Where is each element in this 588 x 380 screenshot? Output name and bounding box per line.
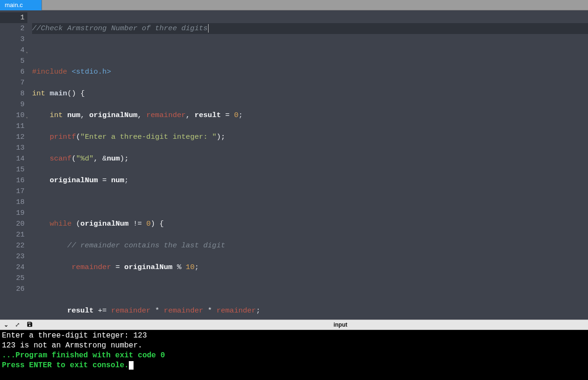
code-token: int [32,89,45,98]
console-line: Press ENTER to exit console. [2,361,586,371]
console-line: Enter a three-digit integer: 123 [2,331,586,341]
code-token: "Enter a three-digit integer: " [80,133,216,141]
code-token: 10 [186,263,195,271]
code-token [32,133,50,141]
code-token: scanf [50,154,72,163]
code-token: = [111,263,124,271]
line-number: 17 [0,186,27,197]
code-token: originalNum [80,220,128,228]
code-token: ( [72,154,76,163]
code-token: originalNum [50,176,98,185]
code-token: % [173,263,186,271]
code-token: ; [238,111,243,119]
collapse-icon[interactable]: ⌄ [4,321,8,328]
line-number: 10▾ [0,110,27,121]
line-number: 3 [0,34,27,45]
line-number: 25 [0,273,27,284]
tab-main-c[interactable]: main.c [0,0,42,10]
code-token: result [194,111,221,119]
line-number: 24 [0,262,27,273]
code-token: main [45,89,67,98]
console-line: ...Program finished with exit code 0 [2,351,586,361]
code-token: * [203,306,217,315]
code-token: ); [120,154,129,163]
code-token: = [221,111,234,119]
expand-icon[interactable]: ⤢ [15,321,20,328]
line-number: 21 [0,229,27,240]
code-token: int [32,111,63,119]
line-number: 8 [0,88,27,99]
code-token: // remainder contains the last digit [32,241,225,250]
line-number: 5 [0,56,27,67]
code-token: += [93,306,111,315]
code-token: = [98,176,111,185]
code-token: ); [217,133,226,141]
code-token: while [50,220,72,228]
code-token: , & [93,154,107,163]
code-token: * [151,306,164,315]
line-number: 1 [0,12,27,23]
text-cursor [208,24,209,33]
line-number: 16 [0,175,27,186]
line-number: 9 [0,99,27,110]
code-token: num [107,154,120,163]
code-token: ; [194,263,199,271]
code-token: remainder [164,306,203,315]
line-number: 23 [0,251,27,262]
line-number: 7 [0,77,27,88]
code-token: "%d" [76,154,93,163]
code-token [32,176,50,185]
code-token: , [186,111,195,119]
code-token: result [67,306,93,315]
code-token [32,220,50,228]
save-icon[interactable] [26,321,33,329]
code-editor[interactable]: 1 2 3 4▾ 5 6 7 8 9 10▾ 11 12 13 14 15 16… [0,10,588,320]
code-token: num [63,111,80,119]
line-number: 18 [0,197,27,208]
console-input-label: input [334,321,366,328]
code-token [32,306,67,315]
console-cursor [129,361,134,370]
code-token: <stdio.h> [67,68,111,76]
tab-bar: main.c [0,0,588,10]
code-token: () { [67,89,84,98]
code-token: ( [76,133,80,141]
code-token: ) { [151,220,164,228]
code-token: remainder [217,306,256,315]
console-line: 123 is not an Armstrong number. [2,341,586,351]
code-token: != [129,220,146,228]
code-token: num [111,176,124,185]
line-number: 2 [0,23,27,34]
code-token: ; [256,306,260,315]
code-token [32,263,72,271]
code-token: ( [72,220,81,228]
line-number: 15 [0,164,27,175]
line-number: 26 [0,284,27,295]
line-number: 11 [0,121,27,132]
code-token: , [80,111,89,119]
code-token: remainder [72,263,111,271]
code-token: ; [124,176,128,185]
line-number: 19 [0,208,27,219]
line-number-gutter: 1 2 3 4▾ 5 6 7 8 9 10▾ 11 12 13 14 15 16… [0,10,27,320]
code-content[interactable]: //Check Armstrong Number of three digits… [27,10,588,320]
code-token: remainder [146,111,186,119]
line-number: 20 [0,219,27,229]
code-token [32,154,50,163]
code-token: 0 [146,220,151,228]
line-number: 4▾ [0,45,27,56]
line-number: 12 [0,132,27,143]
console-output[interactable]: Enter a three-digit integer: 123 123 is … [0,330,588,380]
code-token: , [137,111,146,119]
code-token: #include [32,68,67,76]
code-token: remainder [111,306,151,315]
line-number: 14 [0,153,27,164]
code-token: 0 [234,111,238,119]
code-token: originalNum [89,111,137,119]
code-token: //Check Armstrong Number of three digits [32,24,208,33]
line-number: 22 [0,240,27,251]
line-number: 6 [0,67,27,77]
line-number: 13 [0,143,27,153]
console-toolbar: ⌄ ⤢ input [0,320,588,330]
code-token: originalNum [124,263,172,271]
